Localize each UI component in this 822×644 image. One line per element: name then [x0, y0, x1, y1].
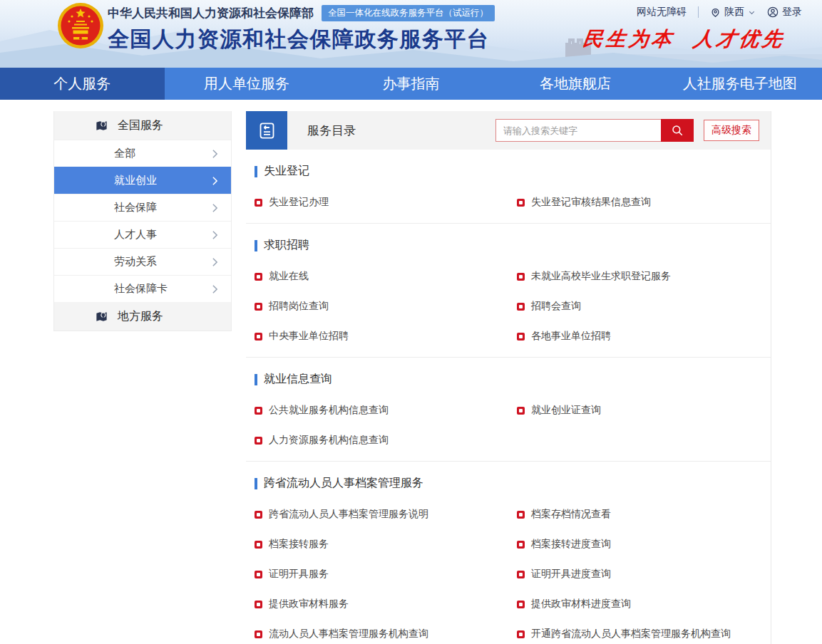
service-bullet-icon	[517, 511, 525, 519]
service-link-label: 档案接转服务	[269, 538, 329, 551]
nav-item-label: 人社服务电子地图	[683, 74, 797, 93]
service-link-label: 招聘会查询	[531, 300, 581, 313]
service-link[interactable]: 失业登记审核结果信息查询	[517, 187, 771, 217]
service-bullet-icon	[517, 333, 525, 341]
service-link[interactable]: 各地事业单位招聘	[517, 321, 771, 351]
nav-item[interactable]: 办事指南	[329, 68, 493, 100]
section-title-label: 跨省流动人员人事档案管理服务	[264, 476, 423, 491]
service-bullet-icon	[517, 303, 525, 311]
service-link[interactable]: 招聘岗位查询	[255, 291, 517, 321]
service-link[interactable]: 提供政审材料服务	[255, 589, 517, 619]
sidebar-item[interactable]: 全部	[54, 140, 231, 167]
service-link[interactable]: 证明开具服务	[255, 559, 517, 589]
section-title-label: 失业登记	[264, 164, 309, 179]
service-link[interactable]: 档案存档情况查看	[517, 499, 771, 529]
section-title-label: 求职招聘	[264, 238, 309, 253]
service-bullet-icon	[255, 601, 262, 608]
sidebar-item-label: 全部	[114, 147, 135, 160]
region-label: 陕西	[724, 6, 744, 19]
service-section: 失业登记 失业登记办理 失业登记审核结果信息查询	[246, 150, 771, 224]
service-link-label: 提供政审材料进度查询	[531, 598, 631, 611]
nav-item[interactable]: 人社服务电子地图	[657, 68, 822, 100]
service-bullet-icon	[255, 273, 262, 281]
service-link[interactable]: 证明开具进度查询	[517, 559, 771, 589]
service-link[interactable]: 开通跨省流动人员人事档案管理服务机构查询	[517, 619, 771, 644]
service-link-label: 档案接转进度查询	[531, 538, 611, 551]
platform-badge: 全国一体化在线政务服务平台（试运行）	[322, 5, 495, 21]
service-link[interactable]: 招聘会查询	[517, 291, 771, 321]
service-item-grid: 跨省流动人员人事档案管理服务说明 档案存档情况查看 档案接转服务 档案接转进度查…	[246, 499, 771, 644]
service-link-label: 档案存档情况查看	[531, 508, 611, 521]
service-item-grid: 就业在线 未就业高校毕业生求职登记服务 招聘岗位查询 招聘会查询 中央事业单位招…	[246, 261, 771, 351]
section-title: 失业登记	[246, 164, 771, 179]
service-link[interactable]: 跨省流动人员人事档案管理服务说明	[255, 499, 517, 529]
primary-nav: 个人服务 用人单位服务 办事指南 各地旗舰店 人社服务电子地图	[0, 68, 822, 100]
search-group: 高级搜索	[495, 119, 759, 142]
service-link[interactable]: 档案接转服务	[255, 529, 517, 559]
sidebar-item-label: 社会保障卡	[114, 282, 168, 296]
nav-item[interactable]: 个人服务	[0, 68, 165, 100]
sidebar-header-local[interactable]: 地方服务	[54, 302, 231, 331]
service-bullet-icon	[255, 333, 262, 341]
service-link[interactable]: 公共就业服务机构信息查询	[255, 395, 517, 425]
national-emblem-icon	[57, 2, 104, 49]
service-bullet-icon	[255, 571, 262, 578]
service-bullet-icon	[517, 571, 525, 578]
chevron-right-icon	[212, 203, 218, 213]
service-section: 求职招聘 就业在线 未就业高校毕业生求职登记服务 招聘岗位查询 招聘会查询 中央…	[246, 224, 771, 358]
site-header: 中华人民共和国人力资源和社会保障部 全国一体化在线政务服务平台（试运行） 全国人…	[0, 0, 822, 68]
chevron-right-icon	[212, 149, 218, 159]
service-link[interactable]: 流动人员人事档案管理服务机构查询	[255, 619, 517, 644]
sidebar-item[interactable]: 人才人事	[54, 221, 231, 248]
service-link[interactable]: 就业创业证查询	[517, 395, 771, 425]
service-link-label: 失业登记审核结果信息查询	[531, 196, 651, 209]
service-bullet-icon	[255, 437, 262, 445]
sidebar-item[interactable]: 劳动关系	[54, 248, 231, 275]
map-service-icon	[95, 119, 108, 133]
service-link[interactable]: 就业在线	[255, 261, 517, 291]
service-link-label: 招聘岗位查询	[269, 300, 329, 313]
service-link[interactable]: 中央事业单位招聘	[255, 321, 517, 351]
nav-item[interactable]: 各地旗舰店	[493, 68, 658, 100]
directory-header: 服务目录 高级搜索	[246, 111, 771, 150]
search-button[interactable]	[661, 119, 694, 142]
advanced-search-button[interactable]: 高级搜索	[704, 120, 759, 141]
sidebar-item[interactable]: 社会保障卡	[54, 275, 231, 302]
directory-title: 服务目录	[307, 123, 356, 139]
search-input[interactable]	[495, 119, 661, 142]
sidebar-item-label: 就业创业	[114, 174, 157, 187]
section-title-bar	[255, 374, 257, 385]
service-link[interactable]: 提供政审材料进度查询	[517, 589, 771, 619]
service-directory-panel: 服务目录 高级搜索 失业登记 失业登记办理 失业登记审核结果信息查询	[246, 111, 771, 644]
sidebar-item[interactable]: 社会保障	[54, 194, 231, 221]
service-bullet-icon	[517, 601, 525, 608]
chevron-right-icon	[212, 176, 218, 186]
user-icon	[767, 6, 779, 18]
service-link[interactable]: 人力资源服务机构信息查询	[255, 425, 517, 455]
service-bullet-icon	[255, 541, 262, 549]
service-link[interactable]: 未就业高校毕业生求职登记服务	[517, 261, 771, 291]
service-link[interactable]: 档案接转进度查询	[517, 529, 771, 559]
service-link-label: 证明开具服务	[269, 568, 329, 581]
sidebar-item[interactable]: 就业创业	[54, 167, 231, 194]
chevron-right-icon	[212, 257, 218, 267]
section-title-label: 就业信息查询	[264, 372, 332, 387]
chevron-down-icon	[748, 9, 756, 16]
service-link-label: 就业创业证查询	[531, 404, 601, 417]
service-bullet-icon	[517, 407, 525, 415]
service-section: 就业信息查询 公共就业服务机构信息查询 就业创业证查询 人力资源服务机构信息查询	[246, 358, 771, 462]
service-item-grid: 失业登记办理 失业登记审核结果信息查询	[246, 187, 771, 217]
service-link-label: 中央事业单位招聘	[269, 330, 349, 343]
service-bullet-icon	[517, 630, 525, 638]
slogan-calligraphy: 民生为本 人才优先	[581, 26, 786, 53]
service-link-label: 失业登记办理	[269, 196, 329, 209]
login-button[interactable]: 登录	[767, 6, 802, 19]
nav-item-label: 各地旗舰店	[540, 74, 611, 93]
region-selector[interactable]: 陕西	[710, 6, 756, 19]
service-link[interactable]: 失业登记办理	[255, 187, 517, 217]
accessibility-link[interactable]: 网站无障碍	[637, 6, 687, 19]
section-title: 就业信息查询	[246, 372, 771, 387]
service-bullet-icon	[255, 407, 262, 415]
nav-item[interactable]: 用人单位服务	[165, 68, 329, 100]
service-bullet-icon	[255, 199, 262, 207]
